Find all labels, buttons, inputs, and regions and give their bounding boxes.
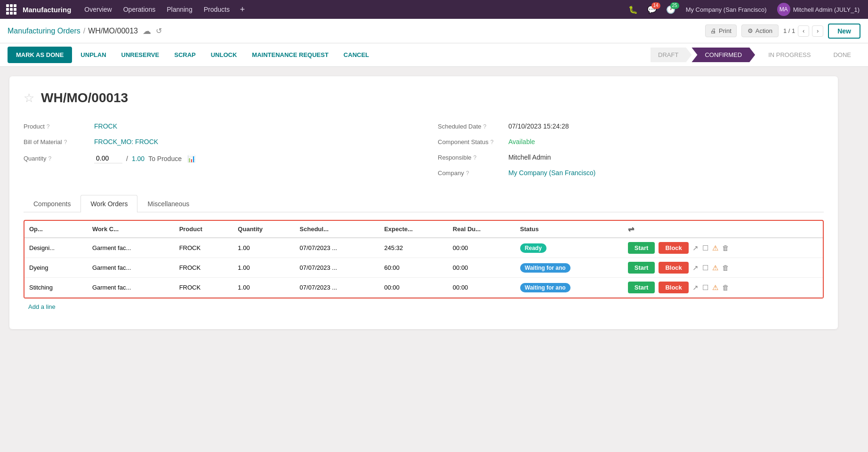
favorite-star-icon[interactable]: ☆ [24,91,34,105]
row-1-start-button[interactable]: Start [628,242,655,254]
tab-work-orders[interactable]: Work Orders [80,195,137,212]
row-2-actions: Start Block ↗ ☐ ⚠ 🗑 [623,258,823,278]
responsible-help-icon[interactable]: ? [474,154,477,161]
row-2-open-icon[interactable]: ↗ [692,264,699,272]
row-1-operation: Designi... [24,238,88,258]
row-1-product: FROCK [175,238,233,258]
pagination: 1 / 1 ‹ › [783,25,823,37]
tabs: Components Work Orders Miscellaneous [24,195,824,212]
bom-label: Bill of Material ? [24,138,89,145]
cancel-button[interactable]: CANCEL [337,48,376,62]
row-1-expected: 245:32 [379,238,448,258]
company-label: Company ? [438,170,504,177]
row-1-warning-icon[interactable]: ⚠ [712,244,718,252]
pipeline-draft[interactable]: DRAFT [651,48,691,62]
refresh-icon[interactable]: ↺ [156,26,162,35]
row-2-start-button[interactable]: Start [628,262,655,274]
bom-value[interactable]: FROCK_MO: FROCK [94,138,158,145]
col-actions: ⇌ [623,221,823,238]
messages-icon[interactable]: 💬 14 [643,3,660,16]
row-3-status: Waiting for ano [515,278,623,298]
pipeline-in-progress[interactable]: IN PROGRESS [755,48,824,62]
row-3-delete-icon[interactable]: 🗑 [722,283,729,291]
breadcrumb-parent[interactable]: Manufacturing Orders [8,27,80,35]
bom-help-icon[interactable]: ? [64,139,67,145]
col-status: Status [515,221,623,238]
apps-menu-button[interactable] [5,3,18,16]
nav-planning[interactable]: Planning [162,3,197,16]
top-navigation: Manufacturing Overview Operations Planni… [0,0,868,19]
table-row: Designi... Garment fac... FROCK 1.00 07/… [24,238,823,258]
mark-as-done-button[interactable]: MARK AS DONE [8,47,72,63]
product-help-icon[interactable]: ? [47,123,50,130]
row-2-delete-icon[interactable]: 🗑 [722,264,729,272]
forecast-chart-icon[interactable]: 📊 [187,155,195,162]
scheduled-date-help-icon[interactable]: ? [483,123,487,130]
quantity-label: Quantity ? [24,155,89,162]
row-2-warning-icon[interactable]: ⚠ [712,264,718,272]
workflow-bar: MARK AS DONE UNPLAN UNRESERVE SCRAP UNLO… [0,43,868,67]
row-2-operation: Dyeing [24,258,88,278]
unreserve-button[interactable]: UNRESERVE [115,48,166,62]
debug-icon[interactable]: 🐛 [625,3,642,16]
row-1-action-group: Start Block ↗ ☐ ⚠ 🗑 [628,242,818,254]
row-1-block-button[interactable]: Block [659,242,688,254]
company-help-icon[interactable]: ? [466,170,469,177]
add-menu-button[interactable]: + [236,3,249,16]
record-title: WH/MO/00013 [41,90,128,105]
tab-components[interactable]: Components [24,195,80,212]
row-2-scheduled: 07/07/2023 ... [295,258,380,278]
scrap-button[interactable]: SCRAP [168,48,202,62]
nav-operations[interactable]: Operations [119,3,160,16]
row-3-work-center: Garment fac... [88,278,175,298]
row-3-copy-icon[interactable]: ☐ [702,283,708,292]
row-1-status: Ready [515,238,623,258]
table-header-row: Op... Work C... Product Quantity Schedul… [24,221,823,238]
pipeline-done[interactable]: DONE [824,48,860,62]
print-button[interactable]: 🖨 Print [705,24,737,37]
user-menu[interactable]: MA Mitchell Admin (JULY_1) [773,3,863,16]
row-3-block-button[interactable]: Block [659,282,688,293]
product-value[interactable]: FROCK [94,122,117,130]
row-2-action-group: Start Block ↗ ☐ ⚠ 🗑 [628,262,818,274]
unlock-button[interactable]: UNLOCK [204,48,244,62]
user-name: Mitchell Admin (JULY_1) [793,6,860,13]
row-3-scheduled: 07/07/2023 ... [295,278,380,298]
row-2-copy-icon[interactable]: ☐ [702,264,708,272]
row-1-open-icon[interactable]: ↗ [692,244,699,252]
nav-overview[interactable]: Overview [80,3,116,16]
row-3-open-icon[interactable]: ↗ [692,283,699,292]
row-1-delete-icon[interactable]: 🗑 [722,244,729,252]
row-3-warning-icon[interactable]: ⚠ [712,283,718,292]
table-row: Dyeing Garment fac... FROCK 1.00 07/07/2… [24,258,823,278]
row-3-start-button[interactable]: Start [628,282,655,293]
next-record-button[interactable]: › [812,25,823,37]
component-status-value: Available [508,138,535,145]
component-status-label: Component Status ? [438,138,504,145]
add-line-button[interactable]: Add a line [24,299,60,315]
new-button[interactable]: New [828,24,860,39]
cloud-save-icon[interactable]: ☁ [143,26,151,36]
quantity-done-input[interactable] [94,153,122,163]
work-orders-container: Op... Work C... Product Quantity Schedul… [24,220,824,299]
quantity-separator: / [126,155,128,162]
row-1-scheduled: 07/07/2023 ... [295,238,380,258]
row-3-quantity: 1.00 [233,278,295,298]
row-1-copy-icon[interactable]: ☐ [702,244,708,252]
quantity-help-icon[interactable]: ? [48,155,51,162]
activities-icon[interactable]: 🕐 25 [662,3,679,16]
action-button[interactable]: ⚙ Action [741,24,779,37]
maintenance-request-button[interactable]: MAINTENANCE REQUEST [245,48,335,62]
row-2-block-button[interactable]: Block [659,262,688,274]
company-name: My Company (San Francisco) [681,6,772,13]
unplan-button[interactable]: UNPLAN [74,48,113,62]
prev-record-button[interactable]: ‹ [798,25,809,37]
column-settings-icon[interactable]: ⇌ [628,225,634,233]
title-row: ☆ WH/MO/00013 [24,90,824,105]
company-value[interactable]: My Company (San Francisco) [508,169,595,177]
tab-miscellaneous[interactable]: Miscellaneous [137,195,199,212]
pipeline-confirmed[interactable]: CONFIRMED [691,48,755,62]
nav-products[interactable]: Products [199,3,234,16]
responsible-field: Responsible ? Mitchell Admin [438,150,824,165]
component-status-help-icon[interactable]: ? [490,139,494,145]
